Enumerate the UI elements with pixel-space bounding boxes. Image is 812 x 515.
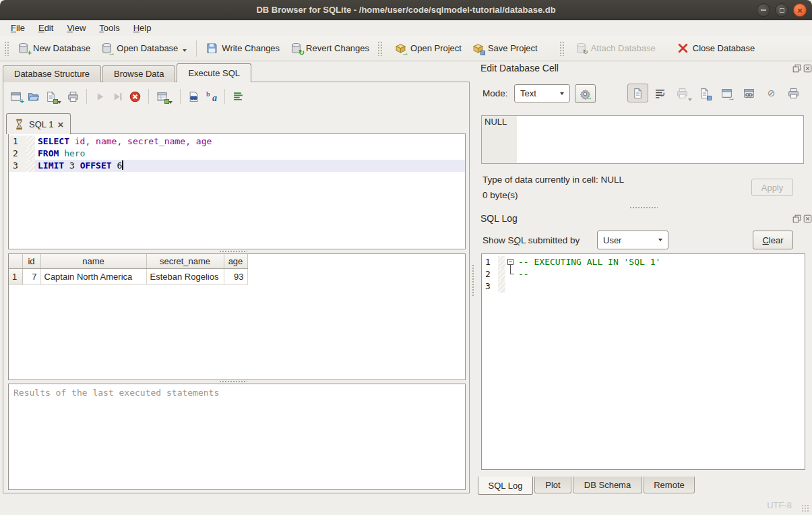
sql-log-view[interactable]: 1-- EXECUTING ALL IN 'SQL 1' 2-- 3: [481, 253, 805, 470]
toolbar-separator: [224, 89, 225, 104]
attach-database-button: ↻ Attach Database: [570, 39, 661, 57]
stop-execution-button[interactable]: [129, 91, 141, 102]
menu-edit[interactable]: Edit: [32, 21, 60, 35]
find-text-button[interactable]: [188, 91, 199, 102]
menubar: File Edit View Tools Help: [0, 20, 812, 36]
sql-tab-label: SQL 1: [29, 119, 53, 129]
main-tab-bar: Database Structure Browse Data Execute S…: [3, 63, 253, 82]
mode-select[interactable]: Text: [514, 84, 570, 102]
write-changes-button[interactable]: Write Changes: [201, 39, 285, 57]
hourglass-icon: [13, 119, 25, 130]
editor-line-current: 3LIMIT 3 OFFSET 6: [9, 160, 465, 172]
float-panel-icon[interactable]: [792, 64, 801, 73]
maximize-button[interactable]: [775, 3, 788, 17]
main-toolbar: + New Database → Open Database Write Cha…: [0, 36, 812, 61]
auto-switch-mode-button[interactable]: →: [575, 84, 596, 103]
copy-link-button[interactable]: [739, 84, 759, 102]
mode-label: Mode:: [482, 88, 508, 98]
word-wrap-icon: [654, 88, 666, 99]
export-results-button[interactable]: [156, 91, 173, 102]
close-tab-icon[interactable]: ×: [57, 119, 63, 129]
cell-age[interactable]: 93: [224, 268, 247, 284]
tab-database-structure[interactable]: Database Structure: [3, 65, 101, 82]
import-dropdown-icon: [688, 98, 692, 101]
tab-execute-sql[interactable]: Execute SQL: [177, 63, 251, 82]
sql-log-filter-select[interactable]: User: [597, 231, 668, 249]
column-header-name[interactable]: name: [40, 254, 146, 268]
corner-header[interactable]: [9, 254, 22, 268]
sql-log-filter-label: Show SQL submitted by: [482, 235, 580, 245]
cell-id[interactable]: 7: [22, 268, 40, 284]
float-panel-icon[interactable]: [792, 214, 801, 223]
row-number[interactable]: 1: [9, 268, 22, 284]
save-sql-file-button[interactable]: [45, 91, 61, 102]
tab-remote[interactable]: Remote: [644, 477, 695, 493]
tab-db-schema[interactable]: DB Schema: [573, 477, 642, 493]
revert-changes-button[interactable]: ↻ Revert Changes: [285, 39, 375, 57]
letters-icon: ba: [206, 91, 217, 102]
column-header-id[interactable]: id: [22, 254, 40, 268]
menu-file[interactable]: File: [4, 21, 32, 35]
set-null-icon: ⊘: [766, 88, 777, 99]
close-icon: ×: [797, 6, 803, 15]
fold-margin: [26, 160, 35, 172]
save-file-icon: [45, 91, 57, 102]
new-sql-tab-button[interactable]: +: [10, 91, 22, 102]
sql-document-tab[interactable]: SQL 1 ×: [6, 113, 71, 134]
open-external-button[interactable]: →: [716, 84, 737, 102]
sql-log-title: SQL Log: [480, 213, 518, 224]
print-cell-button[interactable]: [783, 84, 804, 102]
minimize-button[interactable]: [757, 3, 770, 17]
tab-sql-log[interactable]: SQL Log: [478, 477, 533, 495]
autocomplete-button[interactable]: ba: [206, 91, 217, 102]
open-sql-file-button[interactable]: [28, 91, 39, 102]
cell-secret-name[interactable]: Esteban Rogelios: [146, 268, 224, 284]
menu-tools[interactable]: Tools: [92, 21, 126, 35]
format-sql-button[interactable]: [232, 91, 244, 102]
dock-splitter-handle[interactable]: [629, 206, 658, 210]
toolbar-separator: [196, 40, 197, 57]
toolbar-grip: [4, 41, 9, 56]
cell-value-area[interactable]: [517, 116, 803, 163]
menu-view[interactable]: View: [60, 21, 92, 35]
close-button[interactable]: ×: [793, 3, 807, 17]
tab-browse-data[interactable]: Browse Data: [102, 65, 175, 82]
column-header-secret-name[interactable]: secret_name: [146, 254, 224, 268]
sql-code-editor[interactable]: 1SELECT id, name, secret_name, age 2FROM…: [8, 133, 466, 249]
text-mode-button[interactable]: [627, 84, 648, 102]
encoding-indicator[interactable]: UTF-8: [767, 500, 792, 510]
cell-value-editor[interactable]: NULL: [481, 115, 804, 164]
chevron-down-icon: [658, 239, 662, 241]
window-arrow-icon: →: [721, 88, 732, 99]
tab-plot[interactable]: Plot: [534, 477, 571, 493]
close-database-button[interactable]: Close Database: [672, 39, 761, 57]
close-panel-icon[interactable]: [803, 214, 812, 223]
open-database-button[interactable]: → Open Database: [96, 39, 192, 57]
cell-name[interactable]: Captain North America: [40, 268, 146, 284]
open-database-dropdown-icon[interactable]: [183, 49, 187, 52]
export-file-icon: [699, 88, 710, 99]
clear-log-button[interactable]: Clear: [753, 231, 793, 249]
apply-button: Apply: [751, 179, 793, 196]
close-panel-icon[interactable]: [803, 64, 812, 73]
open-project-button[interactable]: → Open Project: [389, 39, 467, 57]
line-number: 3: [9, 160, 26, 172]
print-sql-button[interactable]: [67, 91, 79, 102]
toolbar-separator: [148, 89, 149, 104]
window-title: DB Browser for SQLite - /home/user/code/…: [256, 5, 555, 15]
save-project-button[interactable]: Save Project: [467, 39, 543, 57]
word-wrap-button[interactable]: [650, 84, 670, 102]
table-row: 1 7 Captain North America Esteban Rogeli…: [9, 268, 247, 284]
line-number: 1: [482, 256, 498, 268]
menu-help[interactable]: Help: [127, 21, 158, 35]
new-database-button[interactable]: + New Database: [12, 39, 96, 57]
fold-collapse-icon[interactable]: [507, 259, 513, 265]
editor-line: 2FROM hero: [9, 148, 465, 160]
resize-grip[interactable]: [801, 504, 810, 513]
toolbar-grip: [559, 41, 565, 56]
column-header-age[interactable]: age: [224, 254, 247, 268]
export-data-button[interactable]: [694, 84, 715, 102]
log-text: --: [517, 268, 805, 280]
execute-sql-panel: + ba SQL 1 × 1SELECT id, name, secret_na…: [3, 82, 470, 493]
pane-splitter-handle[interactable]: [472, 264, 475, 297]
